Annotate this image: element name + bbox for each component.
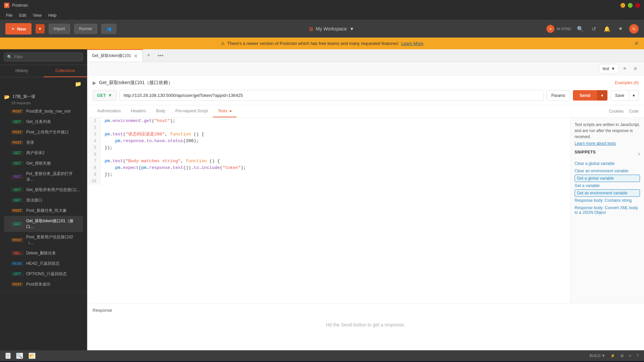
list-item[interactable]: GET 用户登录2	[4, 148, 83, 158]
env-gear-button[interactable]: ⚙	[631, 64, 640, 73]
refresh-button[interactable]: ↺	[589, 24, 598, 34]
send-button[interactable]: Send	[573, 90, 597, 101]
list-item-active[interactable]: GET Get_获取token接口01（接口...	[4, 216, 83, 232]
snippets-panel: Test scripts are written in JavaScript, …	[570, 118, 644, 303]
status-icon-3[interactable]: ≡	[629, 354, 631, 358]
list-item[interactable]: DEL Delete_删除任务	[4, 248, 83, 258]
build-label[interactable]: BUILD ▼	[590, 354, 605, 358]
list-item[interactable]: GET Get_获取所有用户信息接口(...	[4, 185, 83, 195]
new-button[interactable]: ＋ New	[5, 23, 32, 35]
learn-tests-link[interactable]: Learn more about tests	[575, 141, 640, 146]
snippet-response-xml-json[interactable]: Response body: Convert XML body to a JSO…	[575, 204, 640, 216]
examples-link[interactable]: Examples (0)	[615, 80, 639, 85]
params-button[interactable]: Params	[546, 90, 570, 101]
list-item[interactable]: POST Post_更新用户信息接口02（...	[4, 232, 83, 248]
content-area: Get_获取token接口01 ✕ + ••• test ▼ 👁 ⚙ ▶ Get…	[87, 49, 644, 350]
list-item[interactable]: POST 登录	[4, 137, 83, 148]
code-line-8: 8 pm.expect(pm.response.text()).to.inclu…	[87, 165, 570, 171]
import-button[interactable]: Import	[49, 24, 70, 34]
snippet-get-global[interactable]: Get a global variable	[575, 175, 640, 182]
favorites-button[interactable]: ♥	[616, 24, 625, 34]
cookies-link[interactable]: Cookies	[609, 109, 624, 114]
menu-file[interactable]: File	[3, 12, 16, 19]
request-tab-active[interactable]: Get_获取token接口01 ✕	[87, 49, 143, 62]
status-search-button[interactable]: 🔍	[16, 353, 23, 359]
user-avatar[interactable]: U	[629, 24, 639, 34]
list-item[interactable]: GET Get_授权失败	[4, 158, 83, 169]
environment-selector[interactable]: test ▼	[599, 64, 619, 73]
env-eye-button[interactable]: 👁	[620, 64, 630, 73]
workspace-selector[interactable]: ⊞ My Workspace ▼	[309, 26, 354, 32]
tab-body[interactable]: Body	[151, 105, 170, 117]
menu-view[interactable]: View	[30, 12, 45, 19]
tab-add-button[interactable]: +	[143, 49, 155, 62]
close-button[interactable]: ✕	[635, 3, 640, 8]
minimize-button[interactable]: —	[621, 3, 625, 8]
status-collection-button[interactable]: 📂	[29, 353, 36, 359]
tab-tests[interactable]: Tests ●	[213, 105, 236, 117]
item-name: Post_更新用户信息接口02（...	[26, 234, 80, 246]
tab-headers[interactable]: Headers	[126, 105, 151, 117]
list-item[interactable]: POST Post_上传用户文件接口	[4, 127, 83, 137]
toolbar: ＋ New ▼ Import Runner 👥 ⊞ My Workspace ▼…	[0, 20, 644, 38]
tab-prerequest[interactable]: Pre-request Script	[171, 105, 213, 117]
sidebar-list: 📂 17期_第一课 18 requests POST Post请求_body_r…	[0, 90, 87, 350]
list-item[interactable]: OPT OPTIONS_只返回状态	[4, 269, 83, 279]
method-badge-get: GET	[11, 198, 23, 202]
team-button[interactable]: 👥	[101, 24, 116, 34]
snippet-get-variable[interactable]: Get a variable	[575, 182, 640, 189]
collections-tab[interactable]: Collections	[44, 65, 87, 77]
item-name: Post_上传用户文件接口	[26, 129, 69, 135]
menu-help[interactable]: Help	[45, 12, 60, 19]
window-controls: — ☐ ✕	[621, 3, 640, 8]
list-item[interactable]: GET 加法接口	[4, 195, 83, 205]
item-name: Post_新建任务_吃大象	[26, 208, 67, 214]
line-code: pm.test("Body matches string", function …	[101, 158, 220, 165]
history-tab[interactable]: History	[0, 65, 44, 77]
toolbar-right: ● IN SYNC 🔍 ↺ 🔔 ♥ U	[546, 24, 639, 34]
list-item[interactable]: PUT Put_更新任务_温柔的打开冰...	[4, 169, 83, 185]
notifications-button[interactable]: 🔔	[602, 24, 612, 34]
list-item[interactable]: HEAD HEAD_只返回状态	[4, 258, 83, 269]
send-dropdown-button[interactable]: ▼	[597, 90, 607, 101]
list-item[interactable]: POST Post_新建任务_吃大象	[4, 205, 83, 216]
filter-input[interactable]	[14, 55, 80, 59]
snippet-label: Get an environment variable	[577, 191, 628, 195]
warning-icon: ⚠	[221, 41, 225, 46]
new-collection-button[interactable]: 📁	[73, 80, 83, 88]
runner-button[interactable]: Runner	[74, 24, 97, 34]
expand-arrow-icon[interactable]: ▶	[93, 80, 96, 85]
url-input[interactable]	[119, 90, 544, 101]
search-toolbar-button[interactable]: 🔍	[576, 24, 585, 34]
notification-close-button[interactable]: ✕	[634, 40, 639, 47]
sidebar-group-header[interactable]: 📂 17期_第一课	[4, 93, 83, 101]
snippets-expand-icon[interactable]: ›	[638, 150, 640, 157]
list-item[interactable]: GET Get_任务列表	[4, 117, 83, 127]
list-item[interactable]: POST Post登录成功	[4, 279, 83, 290]
status-icon-2[interactable]: ⊞	[621, 354, 624, 358]
menu-edit[interactable]: Edit	[16, 12, 30, 19]
code-link[interactable]: Code	[629, 109, 639, 114]
save-dropdown-button[interactable]: ▼	[629, 90, 639, 101]
sidebar-toggle-button[interactable]: ☰	[5, 353, 11, 359]
snippet-clear-global[interactable]: Clear a global variable	[575, 160, 640, 167]
sync-dot: ●	[546, 25, 554, 33]
new-dropdown-button[interactable]: ▼	[36, 24, 45, 34]
list-item[interactable]: POST Post请求_body_row_xml	[4, 106, 83, 117]
tab-authorization[interactable]: Authorization	[93, 105, 125, 117]
tab-more-button[interactable]: •••	[154, 49, 167, 62]
snippet-get-env[interactable]: Get an environment variable	[575, 189, 640, 197]
code-editor[interactable]: 1 pm.environment.get("host"); 2 3 pm.tes…	[87, 118, 570, 303]
method-selector[interactable]: GET ▼	[93, 90, 117, 101]
line-number: 10	[87, 178, 101, 185]
snippet-response-contains[interactable]: Response body: Contains string	[575, 197, 640, 204]
maximize-button[interactable]: ☐	[628, 3, 633, 8]
status-help-button[interactable]: ?	[637, 354, 639, 358]
tab-close-button[interactable]: ✕	[134, 53, 138, 59]
snippet-clear-env[interactable]: Clear an environment variable	[575, 167, 640, 175]
search-icon: 🔍	[7, 55, 12, 59]
method-badge-put: PUT	[11, 175, 23, 179]
status-icon-1[interactable]: ⚡	[610, 354, 615, 358]
learn-more-link[interactable]: Learn More	[401, 41, 423, 46]
save-button[interactable]: Save	[610, 90, 629, 101]
